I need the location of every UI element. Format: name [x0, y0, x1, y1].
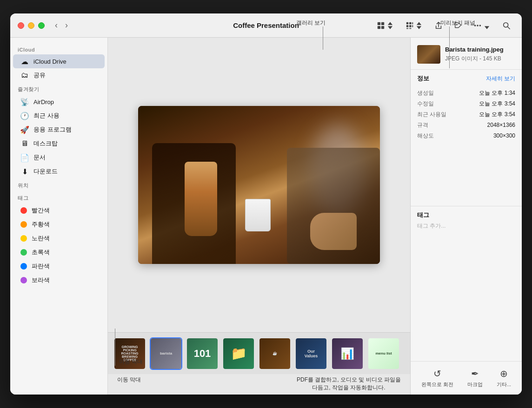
tag-orange-label: 주황색: [32, 220, 50, 229]
desktop-icon: 🖥: [20, 139, 29, 148]
sort-arrows-icon: [386, 21, 394, 30]
svg-rect-2: [378, 26, 380, 28]
thumb4-text: 📁: [231, 346, 247, 361]
gallery-view-button[interactable]: [373, 20, 398, 32]
more-actions-button[interactable]: ⊕ 기타...: [493, 366, 515, 390]
last-used-value: 오늘 오후 3:54: [479, 111, 515, 118]
file-thumb-inner: [417, 45, 440, 64]
thumbnail-6[interactable]: OurValues: [295, 337, 327, 370]
svg-point-21: [504, 22, 508, 27]
tag-button[interactable]: [450, 20, 466, 32]
svg-rect-6: [406, 22, 409, 24]
sidebar-item-tag-orange[interactable]: 주황색: [13, 217, 105, 231]
rotate-icon: ↺: [433, 368, 441, 379]
forward-button[interactable]: ›: [62, 20, 71, 31]
tag-yellow-dot: [20, 235, 27, 242]
svg-marker-5: [388, 26, 392, 29]
share-button[interactable]: [431, 20, 446, 32]
rotate-button[interactable]: ↺ 왼쪽으로 회전: [418, 366, 457, 390]
thumbnail-4[interactable]: 📁: [222, 337, 255, 370]
modified-value: 오늘 오후 3:54: [479, 100, 515, 108]
thumbnail-7[interactable]: 📊: [331, 337, 364, 370]
more-button[interactable]: [470, 20, 495, 32]
sidebar-item-tag-red[interactable]: 빨간색: [13, 204, 105, 217]
gallery-view-icon: [377, 21, 385, 30]
tag-yellow-label: 노란색: [32, 234, 50, 243]
markup-button[interactable]: ✒ 마크업: [464, 366, 486, 390]
pitcher: [185, 162, 217, 236]
locations-header: 위치: [10, 178, 107, 191]
sidebar-item-shared[interactable]: 🗂 공유: [13, 68, 105, 82]
thumbnail-8[interactable]: menu list: [367, 337, 400, 370]
recents-label: 최근 사용: [33, 112, 60, 120]
svg-marker-14: [417, 22, 421, 25]
thumb2-text: barista: [160, 351, 172, 355]
window-title: Coffee Presentation: [233, 21, 299, 29]
svg-point-19: [479, 25, 481, 26]
thumbnail-5[interactable]: ☕: [259, 337, 291, 370]
file-name: Barista training.jpeg: [445, 46, 515, 54]
file-type: JPEG 이미지 - 145 KB: [445, 55, 515, 63]
back-button[interactable]: ‹: [52, 20, 60, 31]
tags-title: 태그: [417, 211, 515, 219]
applications-label: 응용 프로그램: [33, 125, 72, 134]
spacer: [411, 235, 522, 362]
annotation-area: 이동 막대 PDF를 결합하고, 오디오 및 비디오 파일을다듬고, 작업을 자…: [108, 374, 410, 395]
sidebar-item-applications[interactable]: 🚀 응용 프로그램: [13, 123, 105, 137]
svg-rect-0: [378, 22, 380, 25]
thumbnail-strip[interactable]: GROWINGPICKINGROASTINGBREWINGCOFFEE bari…: [108, 332, 410, 374]
close-button[interactable]: [18, 22, 24, 29]
svg-rect-11: [412, 25, 413, 27]
tag-purple-label: 보라색: [32, 276, 50, 284]
tag-placeholder[interactable]: 태그 추가...: [417, 222, 515, 230]
titlebar-right: [373, 20, 514, 32]
thumbnail-1[interactable]: GROWINGPICKINGROASTINGBREWINGCOFFEE: [113, 337, 146, 370]
created-row: 생성일 오늘 오후 1:34: [417, 89, 515, 97]
search-button[interactable]: [499, 20, 514, 32]
sidebar-item-desktop[interactable]: 🖥 데스크탑: [13, 137, 105, 151]
thumb5-text: ☕: [273, 351, 277, 355]
sidebar-item-tag-yellow[interactable]: 노란색: [13, 231, 105, 245]
svg-rect-7: [409, 22, 412, 24]
thumbnail-3[interactable]: 101: [186, 337, 219, 370]
cup: [245, 199, 271, 231]
info-detail-link[interactable]: 자세히 보기: [486, 75, 515, 83]
minimize-button[interactable]: [28, 22, 34, 29]
size-row: 규격 2048×1366: [417, 121, 515, 129]
sidebar-item-airdrop[interactable]: 📡 AirDrop: [13, 95, 105, 109]
more-dropdown-icon: [483, 21, 491, 30]
info-section: 정보 자세히 보기 생성일 오늘 오후 1:34 수정일 오늘 오후 3:54 …: [411, 70, 522, 206]
thumbnail-2[interactable]: barista: [150, 337, 182, 370]
svg-rect-10: [409, 25, 412, 27]
recents-icon: 🕐: [20, 112, 29, 120]
sidebar-item-icloud-drive[interactable]: ☁ iCloud Drive: [13, 54, 105, 68]
sidebar-item-tag-blue[interactable]: 파란색: [13, 259, 105, 273]
tag-icon: [454, 21, 462, 30]
sidebar-item-tag-green[interactable]: 초록색: [13, 245, 105, 259]
documents-icon: 📄: [20, 153, 29, 162]
favorites-header: 즐겨찾기: [10, 82, 107, 95]
preview-area[interactable]: [108, 38, 410, 332]
main-preview-image[interactable]: [138, 106, 380, 264]
view-options-button[interactable]: [402, 20, 427, 32]
sidebar-item-documents[interactable]: 📄 문서: [13, 151, 105, 165]
svg-rect-13: [409, 28, 412, 29]
svg-rect-3: [381, 26, 384, 28]
svg-rect-8: [412, 22, 413, 24]
more-actions-icon: ⊕: [500, 368, 508, 379]
sidebar-item-tag-purple[interactable]: 보라색: [13, 273, 105, 287]
downloads-icon: ⬇: [20, 167, 29, 176]
main-panel: GROWINGPICKINGROASTINGBREWINGCOFFEE bari…: [108, 38, 410, 395]
tag-green-dot: [20, 249, 27, 256]
downloads-label: 다운로드: [33, 167, 58, 176]
info-header-row: 정보 자세히 보기: [417, 74, 515, 86]
svg-point-16: [456, 24, 458, 25]
applications-icon: 🚀: [20, 125, 29, 134]
sidebar-item-downloads[interactable]: ⬇ 다운로드: [13, 165, 105, 178]
tag-orange-dot: [20, 221, 27, 228]
created-label: 생성일: [417, 89, 434, 97]
sidebar-item-recents[interactable]: 🕐 최근 사용: [13, 109, 105, 123]
grid-view-icon: [406, 21, 414, 30]
zoom-button[interactable]: [38, 22, 45, 29]
documents-label: 문서: [33, 153, 46, 162]
